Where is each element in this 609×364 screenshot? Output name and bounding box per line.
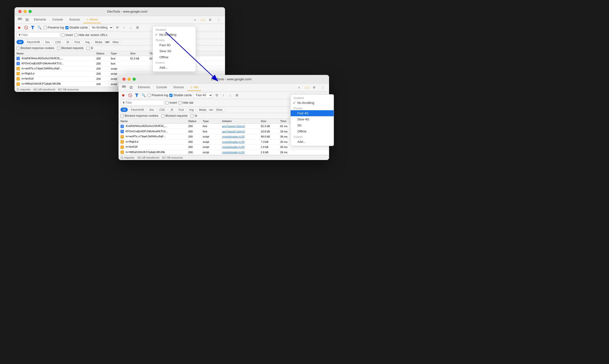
download-icon-2[interactable]: ↓ bbox=[228, 92, 233, 98]
preserve-log-input[interactable] bbox=[43, 26, 47, 29]
minimize-button-2[interactable] bbox=[127, 78, 131, 81]
tab-sources-2[interactable]: Sources bbox=[170, 84, 187, 91]
third-party-checkbox[interactable]: 3r bbox=[86, 46, 93, 50]
menu-item-fast4g[interactable]: Fast 4G bbox=[291, 110, 334, 116]
tag-media-2[interactable]: Media bbox=[197, 107, 208, 112]
filter-text-input-1[interactable] bbox=[22, 33, 58, 37]
preserve-log-checkbox-2[interactable]: Preserve log bbox=[148, 93, 168, 97]
tab-sources[interactable]: Sources bbox=[66, 16, 83, 23]
download-icon[interactable]: ↓ bbox=[128, 25, 134, 30]
upload-icon-2[interactable]: ↑ bbox=[221, 92, 226, 98]
tab-elements[interactable]: Elements bbox=[31, 16, 49, 23]
blocked-requests-input-2[interactable] bbox=[161, 114, 164, 117]
tag-doc-2[interactable]: Doc bbox=[147, 107, 156, 112]
maximize-button[interactable] bbox=[28, 10, 32, 13]
clear-btn[interactable]: 🚫 bbox=[23, 25, 28, 30]
menu-item-fast3g[interactable]: Fast 3G bbox=[153, 42, 196, 48]
third-party-input[interactable] bbox=[86, 47, 90, 50]
wifi-icon[interactable] bbox=[115, 25, 120, 30]
network-settings-icon[interactable]: ⚙ bbox=[135, 25, 140, 30]
disable-cache-checkbox[interactable]: Disable cache bbox=[65, 26, 88, 29]
tab-network[interactable]: ⚠Netwo bbox=[83, 16, 101, 23]
cursor-icon[interactable] bbox=[16, 16, 23, 24]
blocked-requests-checkbox[interactable]: Blocked requests bbox=[57, 46, 83, 50]
preserve-log-input-2[interactable] bbox=[148, 94, 151, 97]
close-button[interactable] bbox=[18, 10, 22, 13]
row-initiator[interactable]: moduleloader.js:58 bbox=[222, 145, 261, 148]
menu-item-offline1[interactable]: Offline bbox=[153, 54, 196, 60]
hide-data-checkbox-1[interactable]: Hide dat bbox=[74, 33, 89, 37]
tab-console[interactable]: Console bbox=[49, 16, 66, 23]
row-initiator[interactable]: moduleloader.js:58 bbox=[222, 151, 261, 154]
table-row[interactable]: ⊡ m=Wt6vjf,hhhU8,FCpbqb,WhJNk 200 script… bbox=[119, 150, 329, 155]
tag-img-2[interactable]: Img bbox=[187, 107, 196, 112]
tab-elements-2[interactable]: Elements bbox=[135, 84, 153, 91]
throttle-select-2[interactable]: Fast 4G bbox=[193, 92, 213, 98]
tab-console-2[interactable]: Console bbox=[153, 84, 170, 91]
invert-input-1[interactable] bbox=[61, 34, 65, 37]
menu-item-no-throttling-2[interactable]: No throttling bbox=[291, 100, 334, 106]
invert-input-2[interactable] bbox=[165, 101, 169, 104]
preserve-log-checkbox[interactable]: Preserve log bbox=[43, 26, 64, 29]
tag-css-1[interactable]: CSS bbox=[53, 40, 63, 44]
invert-checkbox-2[interactable]: Invert bbox=[165, 101, 177, 104]
third-party-checkbox-2[interactable]: 3r bbox=[190, 114, 197, 117]
menu-item-slow4g[interactable]: Slow 4G bbox=[291, 116, 334, 122]
filter-btn-2[interactable] bbox=[134, 92, 139, 98]
search-btn[interactable]: 🔍 bbox=[37, 25, 42, 30]
blocked-requests-checkbox-2[interactable]: Blocked requests bbox=[161, 114, 188, 117]
hide-data-input-2[interactable] bbox=[178, 101, 181, 104]
disable-cache-input[interactable] bbox=[65, 26, 68, 29]
hide-data-checkbox-2[interactable]: Hide dat bbox=[178, 101, 193, 104]
menu-item-add-1[interactable]: Add... bbox=[153, 65, 196, 71]
stop-recording-btn[interactable]: ⏺ bbox=[16, 25, 22, 30]
tag-doc-1[interactable]: Doc bbox=[43, 40, 52, 44]
wifi-icon-2[interactable] bbox=[214, 92, 219, 98]
more-icon-2[interactable]: ⋮ bbox=[319, 84, 326, 91]
row-initiator[interactable]: moduleloader.js:58 bbox=[222, 141, 261, 143]
throttle-select-1[interactable]: No throttling bbox=[89, 25, 113, 30]
settings-icon-2[interactable]: ⚙ bbox=[311, 84, 317, 91]
menu-item-offline2[interactable]: Offline bbox=[291, 128, 334, 134]
third-party-input-2[interactable] bbox=[190, 114, 194, 117]
settings-icon[interactable]: ⚙ bbox=[207, 16, 213, 24]
tag-img-1[interactable]: Img bbox=[83, 40, 92, 44]
disable-cache-checkbox-2[interactable]: Disable cache bbox=[169, 93, 192, 97]
tag-fetch-xhr-1[interactable]: Fetch/XHR bbox=[25, 40, 42, 44]
hide-data-input-1[interactable] bbox=[74, 34, 77, 37]
filter-text-input-2[interactable] bbox=[126, 101, 162, 104]
maximize-button-2[interactable] bbox=[133, 78, 136, 81]
close-button-2[interactable] bbox=[122, 78, 126, 81]
tag-js-1[interactable]: JS bbox=[64, 40, 71, 44]
more-icon[interactable]: ⋮ bbox=[215, 16, 222, 24]
tag-css-2[interactable]: CSS bbox=[157, 107, 167, 112]
tag-js-2[interactable]: JS bbox=[168, 107, 176, 112]
menu-item-slow3g[interactable]: Slow 3G bbox=[153, 48, 196, 54]
row-initiator[interactable]: app?awwd=1&gm3 bbox=[222, 125, 261, 128]
blocked-cookies-input[interactable] bbox=[16, 47, 20, 50]
search-btn-2[interactable]: 🔍 bbox=[141, 92, 146, 98]
row-initiator[interactable]: app?awwd=1&gm3 bbox=[222, 130, 261, 133]
blocked-cookies-input-2[interactable] bbox=[121, 114, 124, 117]
filter-btn[interactable] bbox=[30, 25, 35, 30]
menu-item-3g[interactable]: 3G bbox=[291, 122, 334, 128]
tag-font-1[interactable]: Font bbox=[72, 40, 82, 44]
row-initiator[interactable]: moduleloader.js:58 bbox=[222, 135, 261, 138]
tag-media-1[interactable]: Media bbox=[93, 40, 104, 44]
tag-all-2[interactable]: All bbox=[121, 107, 128, 112]
more-tabs-icon-2[interactable]: » bbox=[296, 84, 302, 91]
tag-other-2[interactable]: Other bbox=[214, 107, 225, 112]
tag-font-2[interactable]: Font bbox=[176, 107, 186, 112]
tab-network-2[interactable]: ⚠Net bbox=[187, 84, 201, 91]
blocked-cookies-checkbox-2[interactable]: Blocked response cookies bbox=[121, 114, 158, 117]
tag-fetch-xhr-2[interactable]: Fetch/XHR bbox=[129, 107, 146, 112]
blocked-requests-input[interactable] bbox=[57, 47, 60, 50]
clear-btn-2[interactable]: 🚫 bbox=[127, 92, 133, 98]
cursor-icon-2[interactable] bbox=[121, 84, 127, 91]
network-settings-icon-2[interactable]: ⚙ bbox=[234, 92, 240, 98]
upload-icon[interactable]: ↑ bbox=[122, 25, 127, 30]
invert-checkbox-1[interactable]: Invert bbox=[61, 33, 73, 37]
menu-item-add-2[interactable]: Add... bbox=[291, 139, 334, 145]
menu-item-no-throttling-1[interactable]: No throttling bbox=[153, 32, 196, 38]
blocked-cookies-checkbox[interactable]: Blocked response cookies bbox=[16, 46, 54, 50]
